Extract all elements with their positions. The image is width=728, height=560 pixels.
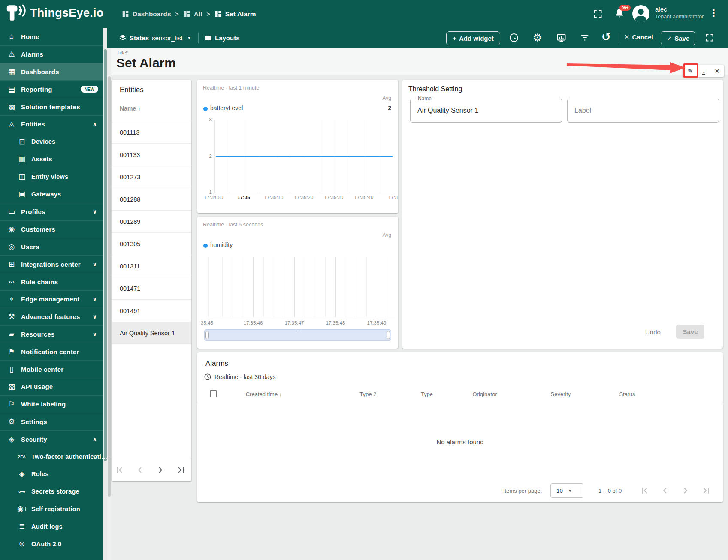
alarms-timewindow-button[interactable]: Realtime - last 30 days xyxy=(204,373,275,381)
column-created-time[interactable]: Created time ↓ xyxy=(246,391,282,397)
cancel-button[interactable]: × Cancel xyxy=(625,33,653,41)
sidebar-item-users[interactable]: ◎Users xyxy=(0,238,103,256)
column-originator[interactable]: Originator xyxy=(472,391,497,397)
sidebar-item-integrations-center[interactable]: ⊞Integrations center∨ xyxy=(0,255,103,273)
notifications-bell-icon[interactable]: 99+ xyxy=(614,8,625,19)
entities-name-column-header[interactable]: Name ↑ xyxy=(120,105,141,112)
entity-row[interactable]: 001288 xyxy=(112,188,191,211)
column-type-2[interactable]: Type 2 xyxy=(359,391,376,397)
chart-timewindow[interactable]: Realtime - last 1 minute xyxy=(203,85,259,91)
sidebar-item-advanced-features[interactable]: ⚒Advanced features∨ xyxy=(0,308,103,325)
breadcrumb-dashboards[interactable]: Dashboards xyxy=(122,10,171,18)
sidebar-item-rule-chains[interactable]: ‹·›Rule chains xyxy=(0,273,103,290)
entity-row-selected[interactable]: Air Quality Sensor 1 xyxy=(112,322,191,344)
last-page-icon[interactable] xyxy=(701,485,711,496)
entity-aliases-icon[interactable] xyxy=(556,33,567,43)
sidebar-item-devices[interactable]: ⊡Devices xyxy=(0,133,103,151)
dashboard-title-input[interactable]: Set Alarm xyxy=(116,56,176,70)
sidebar-item-resources[interactable]: ▰Resources∨ xyxy=(0,325,103,343)
previous-page-icon[interactable] xyxy=(135,465,145,475)
entity-row[interactable]: 001289 xyxy=(112,211,191,233)
sidebar-item-security[interactable]: ◈Security∧ xyxy=(0,430,103,448)
sidebar-item-solution-templates[interactable]: ▩Solution templates xyxy=(0,98,103,115)
sidebar-item-settings[interactable]: ⚙Settings xyxy=(0,413,103,431)
close-icon[interactable]: × xyxy=(715,67,719,75)
avg-value: 2 xyxy=(388,105,391,111)
sidebar-item-oauth[interactable]: ⊚OAuth 2.0 xyxy=(0,535,103,553)
download-icon[interactable]: ↓ xyxy=(702,67,706,75)
items-per-page-select[interactable]: 10 ▾ xyxy=(550,483,583,498)
add-widget-button[interactable]: + Add widget xyxy=(446,31,500,45)
fullscreen-icon[interactable] xyxy=(593,9,602,18)
sidebar-item-audit-logs[interactable]: ≣Audit logs xyxy=(0,518,103,535)
user-info[interactable]: alec Tenant administrator xyxy=(655,6,704,20)
content-scrollbar-thumb[interactable] xyxy=(108,76,111,497)
breadcrumb-all[interactable]: All xyxy=(183,10,202,18)
sidebar-item-roles[interactable]: ◈Roles xyxy=(0,465,103,483)
sidebar-item-home[interactable]: ⌂Home xyxy=(0,28,103,45)
sidebar-scrollbar[interactable] xyxy=(103,28,107,560)
breadcrumb-set-alarm[interactable]: Set Alarm xyxy=(214,10,256,18)
logo[interactable]: ThingsEye.io xyxy=(6,4,104,21)
sidebar-item-assets[interactable]: ▥Assets xyxy=(0,151,103,168)
sidebar-item-mobile-center[interactable]: ▯Mobile center xyxy=(0,360,103,378)
last-page-icon[interactable] xyxy=(176,465,186,475)
state-select[interactable]: sensor_list xyxy=(152,34,183,42)
threshold-save-button[interactable]: Save xyxy=(676,325,704,339)
chart-scrollbar-brush[interactable]: ⋯ xyxy=(204,329,391,341)
undo-button[interactable]: Undo xyxy=(641,325,665,339)
brush-grip-icon[interactable]: ⋯ xyxy=(296,328,300,334)
sidebar-scrollbar-thumb[interactable] xyxy=(104,49,107,461)
brush-handle-right[interactable] xyxy=(387,331,390,339)
sidebar-item-edge-management[interactable]: ⌖Edge management∨ xyxy=(0,290,103,308)
column-status[interactable]: Status xyxy=(619,391,635,397)
state-caret-icon[interactable]: ▾ xyxy=(188,35,190,41)
sidebar-item-notification-center[interactable]: ⚑Notification center xyxy=(0,343,103,360)
sidebar-item-reporting[interactable]: ▤ReportingNEW xyxy=(0,80,103,98)
column-type[interactable]: Type xyxy=(421,391,433,397)
brush-handle-left[interactable] xyxy=(205,331,209,339)
first-page-icon[interactable] xyxy=(639,485,649,496)
entity-row[interactable]: 001471 xyxy=(112,277,191,300)
version-history-icon[interactable]: ↺ xyxy=(601,30,611,44)
legend-batteryLevel[interactable]: batteryLevel xyxy=(210,105,243,111)
sidebar-item-api-usage[interactable]: ▧API usage xyxy=(0,378,103,395)
filter-icon[interactable] xyxy=(580,33,589,42)
entity-row[interactable]: 001305 xyxy=(112,233,191,255)
name-input[interactable] xyxy=(411,99,562,122)
entity-row[interactable]: 001133 xyxy=(112,144,191,166)
dashboard-fullscreen-icon[interactable] xyxy=(705,33,714,42)
sidebar-item-profiles[interactable]: ▭Profiles∨ xyxy=(0,203,103,220)
sidebar-item-entities[interactable]: ◬Entities∧ xyxy=(0,115,103,133)
sidebar-item-secrets-storage[interactable]: ⊶Secrets storage xyxy=(0,483,103,500)
sidebar-item-dashboards[interactable]: ▦Dashboards xyxy=(0,63,103,81)
entity-row[interactable]: 001311 xyxy=(112,255,191,277)
sidebar-item-gateways[interactable]: ▣Gateways xyxy=(0,185,103,203)
dashboard-settings-gear-icon[interactable]: ⚙ xyxy=(533,32,542,44)
layouts-button[interactable]: Layouts xyxy=(215,34,240,42)
sidebar-item-customers[interactable]: ◉Customers xyxy=(0,220,103,238)
sidebar-item-alarms[interactable]: ⚠Alarms xyxy=(0,45,103,63)
entity-views-icon: ◫ xyxy=(17,172,27,181)
sidebar-item-two-factor-authentication[interactable]: 2FATwo-factor authenticati… xyxy=(0,448,103,465)
legend-humidity[interactable]: humidity xyxy=(210,241,233,248)
sidebar-item-white-labeling[interactable]: ⚐White labeling xyxy=(0,395,103,413)
sidebar-item-entity-views[interactable]: ◫Entity views xyxy=(0,168,103,185)
entity-row[interactable]: 001113 xyxy=(112,121,191,144)
previous-page-icon[interactable] xyxy=(660,485,670,496)
content-scrollbar[interactable] xyxy=(107,48,111,560)
select-all-checkbox[interactable] xyxy=(210,390,217,397)
save-button[interactable]: ✓ Save xyxy=(661,31,695,45)
entity-row[interactable]: 001273 xyxy=(112,166,191,188)
entity-row[interactable]: 001491 xyxy=(112,300,191,322)
first-page-icon[interactable] xyxy=(114,465,124,475)
chart-timewindow[interactable]: Realtime - last 5 seconds xyxy=(203,222,263,228)
sidebar-item-self-registration[interactable]: ◉+Self registration xyxy=(0,500,103,518)
timewindow-clock-icon[interactable] xyxy=(509,33,519,43)
avatar[interactable] xyxy=(632,5,649,22)
label-input[interactable] xyxy=(568,99,719,122)
more-menu-icon[interactable]: ⋮ xyxy=(709,7,719,19)
next-page-icon[interactable] xyxy=(680,485,691,496)
column-severity[interactable]: Severity xyxy=(551,391,571,397)
next-page-icon[interactable] xyxy=(155,465,166,475)
